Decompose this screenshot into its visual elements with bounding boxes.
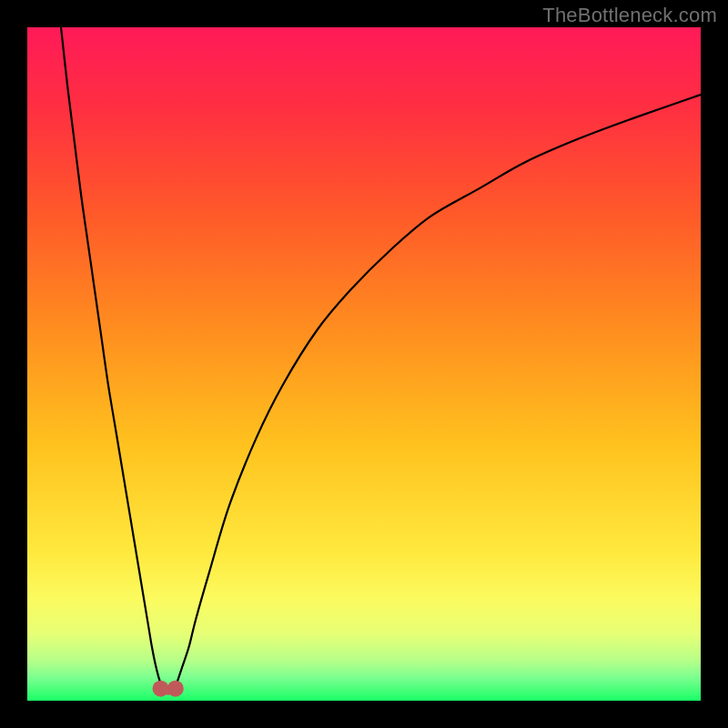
bottleneck-chart (27, 27, 701, 701)
bottleneck-marker-right (167, 681, 184, 697)
watermark-text: TheBottleneck.com (542, 4, 717, 27)
plot-background (27, 27, 701, 701)
chart-frame: TheBottleneck.com (0, 0, 728, 728)
bottleneck-marker-left (153, 681, 169, 697)
